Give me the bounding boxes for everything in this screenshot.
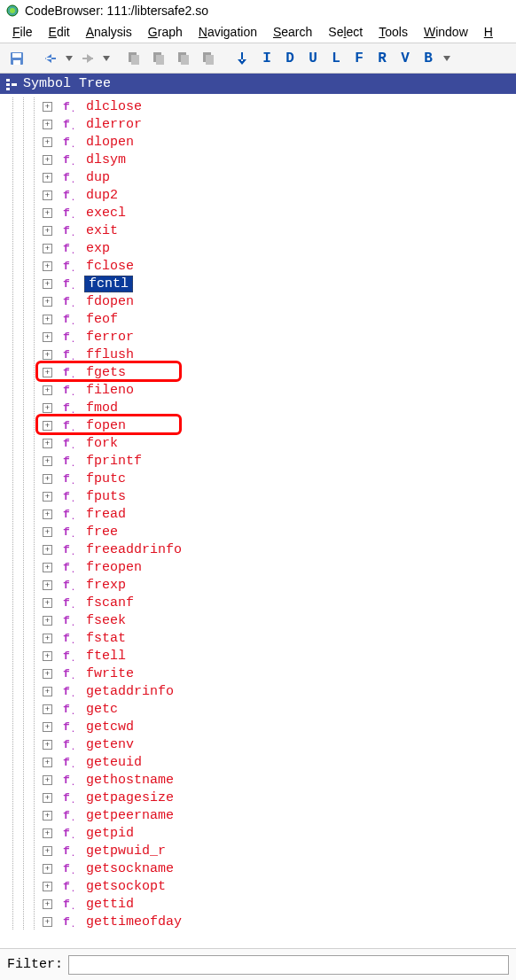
symbol-label[interactable]: dup2 (84, 188, 120, 203)
tree-row[interactable]: +f.freopen (0, 558, 516, 576)
symbol-label[interactable]: dlsym (84, 152, 128, 167)
symbol-label[interactable]: ferror (84, 330, 136, 345)
tree-row[interactable]: +f.fmod (0, 399, 516, 416)
symbol-label[interactable]: getpagesize (84, 790, 176, 805)
expander-icon[interactable]: + (43, 297, 52, 307)
back-button[interactable] (39, 47, 62, 70)
expander-icon[interactable]: + (43, 899, 52, 909)
expander-icon[interactable]: + (43, 740, 52, 750)
tree-row[interactable]: +f.fputs (0, 487, 516, 505)
tree-row[interactable]: +f.getcwd (0, 718, 516, 735)
expander-icon[interactable]: + (43, 616, 52, 626)
symbol-label[interactable]: fscanf (84, 595, 136, 611)
tree-row[interactable]: +f.exit (0, 222, 516, 239)
copy-button-4[interactable] (197, 47, 220, 70)
tree-row[interactable]: +f.fprintf (0, 452, 516, 470)
symbol-label[interactable]: getaddrinfo (84, 684, 176, 699)
expander-icon[interactable]: + (43, 208, 52, 218)
tree-row[interactable]: +f.gettid (0, 895, 516, 913)
tree-row[interactable]: +f.fgets (0, 363, 516, 381)
tree-row[interactable]: +f.getsockopt (0, 877, 516, 895)
filter-input[interactable] (68, 955, 509, 975)
tree-row[interactable]: +f.fork (0, 434, 516, 452)
tree-row[interactable]: +f.fseek (0, 611, 516, 629)
tree-row[interactable]: +f.ftell (0, 647, 516, 665)
tree-row[interactable]: +f.execl (0, 204, 516, 222)
menu-graph[interactable]: Graph (141, 23, 190, 41)
tree-row[interactable]: +f.getpid (0, 824, 516, 842)
symbol-label[interactable]: execl (84, 206, 128, 221)
symbol-label[interactable]: getenv (84, 737, 136, 752)
expander-icon[interactable]: + (43, 563, 52, 572)
menu-analysis[interactable]: Analysis (79, 23, 139, 41)
menu-edit[interactable]: Edit (42, 23, 77, 41)
expander-icon[interactable]: + (43, 527, 52, 537)
symbol-label[interactable]: getpwuid_r (84, 844, 168, 859)
symbol-label[interactable]: exp (84, 241, 112, 256)
tool-i[interactable]: I (255, 47, 278, 70)
tree-row[interactable]: +f.fwrite (0, 665, 516, 682)
toolbar-dropdown[interactable] (442, 47, 452, 70)
tree-row[interactable]: +f.getenv (0, 735, 516, 753)
expander-icon[interactable]: + (43, 846, 52, 856)
symbol-label[interactable]: fdopen (84, 294, 136, 309)
back-dropdown[interactable] (64, 47, 74, 70)
tree-row[interactable]: +f.dlopen (0, 133, 516, 151)
expander-icon[interactable]: + (43, 137, 52, 147)
tree-row[interactable]: +f.exp (0, 239, 516, 257)
menu-window[interactable]: Window (417, 23, 475, 41)
symbol-label[interactable]: fputc (84, 471, 128, 486)
tree-row[interactable]: +f.dup2 (0, 186, 516, 204)
expander-icon[interactable]: + (43, 864, 52, 874)
tree-row[interactable]: +f.feof (0, 310, 516, 328)
menu-file[interactable]: File (5, 23, 40, 41)
tree-row[interactable]: +f.ferror (0, 328, 516, 346)
forward-dropdown[interactable] (101, 47, 112, 70)
expander-icon[interactable]: + (43, 226, 52, 236)
symbol-label[interactable]: getcwd (84, 719, 136, 735)
tree-row[interactable]: +f.fflush (0, 346, 516, 363)
tree-row[interactable]: +f.fcntl (0, 275, 516, 292)
symbol-tree[interactable]: +f.dlclose+f.dlerror+f.dlopen+f.dlsym+f.… (0, 94, 516, 948)
symbol-label[interactable]: fstat (84, 631, 128, 646)
symbol-label[interactable]: fputs (84, 489, 128, 504)
tool-r[interactable]: R (371, 47, 394, 70)
expander-icon[interactable]: + (43, 598, 52, 608)
symbol-label[interactable]: fwrite (84, 666, 136, 681)
expander-icon[interactable]: + (43, 917, 52, 927)
symbol-label[interactable]: fflush (84, 347, 136, 362)
tree-row[interactable]: +f.geteuid (0, 753, 516, 771)
expander-icon[interactable]: + (43, 350, 52, 360)
tree-row[interactable]: +f.getpagesize (0, 789, 516, 806)
expander-icon[interactable]: + (43, 828, 52, 838)
expander-icon[interactable]: + (43, 279, 52, 289)
tool-u[interactable]: U (301, 47, 324, 70)
save-button[interactable] (5, 47, 28, 70)
expander-icon[interactable]: + (43, 509, 52, 519)
symbol-label[interactable]: free (84, 525, 120, 540)
symbol-label[interactable]: exit (84, 223, 120, 238)
expander-icon[interactable]: + (43, 191, 52, 200)
copy-button-3[interactable] (172, 47, 195, 70)
menu-search[interactable]: Search (266, 23, 319, 41)
expander-icon[interactable]: + (43, 651, 52, 661)
symbol-label[interactable]: gettimeofday (84, 914, 184, 929)
expander-icon[interactable]: + (43, 811, 52, 821)
symbol-label[interactable]: dlclose (84, 99, 144, 114)
symbol-label[interactable]: dup (84, 170, 112, 185)
expander-icon[interactable]: + (43, 155, 52, 165)
symbol-label[interactable]: feof (84, 312, 120, 327)
symbol-label[interactable]: freopen (84, 560, 144, 575)
tree-row[interactable]: +f.dlclose (0, 97, 516, 115)
expander-icon[interactable]: + (43, 173, 52, 183)
expander-icon[interactable]: + (43, 332, 52, 342)
expander-icon[interactable]: + (43, 244, 52, 253)
tree-row[interactable]: +f.getpeername (0, 806, 516, 824)
tool-f[interactable]: F (348, 47, 371, 70)
symbol-label[interactable]: dlopen (84, 135, 136, 150)
symbol-label[interactable]: fork (84, 436, 120, 451)
symbol-label[interactable]: fcntl (84, 276, 133, 292)
symbol-label[interactable]: getsockopt (84, 879, 168, 894)
expander-icon[interactable]: + (43, 545, 52, 555)
menu-h[interactable]: H (477, 23, 500, 41)
